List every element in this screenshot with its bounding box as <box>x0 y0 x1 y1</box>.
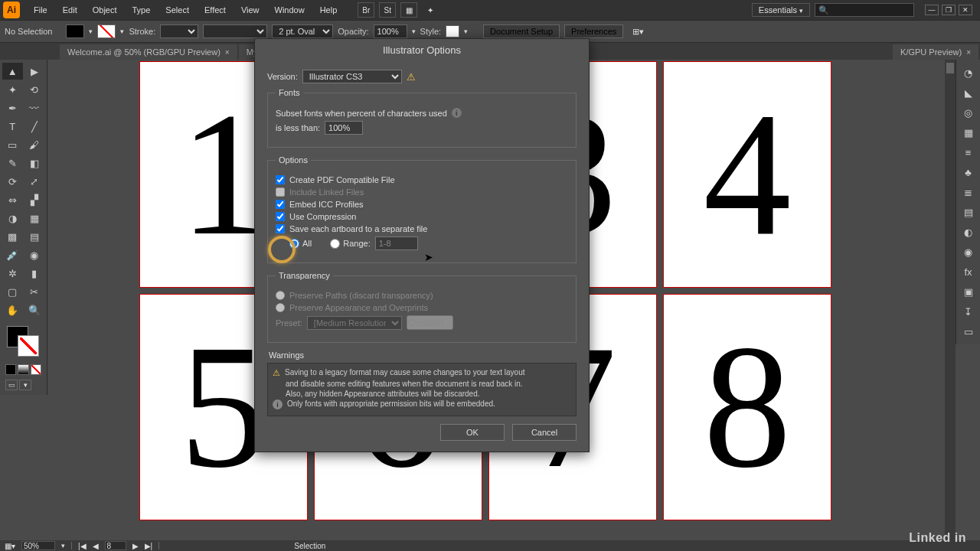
artboard-4[interactable]: 4 <box>663 61 831 288</box>
graphic-style-swatch[interactable] <box>446 25 459 37</box>
menu-view[interactable]: View <box>234 2 267 18</box>
tab-welcome[interactable]: Welcome.ai @ 50% (RGB/GPU Preview)× <box>60 44 237 60</box>
menu-select[interactable]: Select <box>158 2 197 18</box>
zoom-tool[interactable]: 🔍 <box>24 302 45 318</box>
eraser-tool[interactable]: ◧ <box>24 155 45 171</box>
bridge-icon[interactable]: Br <box>358 2 374 18</box>
window-minimize[interactable]: — <box>925 5 939 15</box>
shape-builder-tool[interactable]: ◑ <box>2 210 23 227</box>
blend-tool[interactable]: ◉ <box>24 246 45 263</box>
panel-gradient-icon[interactable]: ▤ <box>959 204 977 220</box>
tab-doc3[interactable]: K/GPU Preview)× <box>893 44 978 60</box>
panel-layers-icon[interactable]: ▣ <box>959 283 977 300</box>
stock-icon[interactable]: St <box>379 2 396 18</box>
perspective-tool[interactable]: ▦ <box>24 210 45 227</box>
lasso-tool[interactable]: ⟲ <box>24 81 45 98</box>
stroke-profile[interactable] <box>203 24 267 38</box>
panel-symbols-icon[interactable]: ♣ <box>959 164 977 181</box>
menu-edit[interactable]: Edit <box>55 2 85 18</box>
fill-swatch[interactable] <box>66 24 84 38</box>
range-all-radio[interactable]: All <box>289 239 312 249</box>
cancel-button[interactable]: Cancel <box>512 424 577 441</box>
menu-effect[interactable]: Effect <box>197 2 234 18</box>
panel-swatches-icon[interactable]: ▦ <box>959 124 977 141</box>
menu-window[interactable]: Window <box>267 2 312 18</box>
shaper-tool[interactable]: ✎ <box>2 155 23 171</box>
scale-tool[interactable]: ⤢ <box>24 173 45 190</box>
gradient-tool[interactable]: ▤ <box>24 228 45 245</box>
panel-assetexport-icon[interactable]: ↧ <box>959 303 977 320</box>
rotate-tool[interactable]: ⟳ <box>2 173 23 190</box>
window-restore[interactable]: ❐ <box>942 5 956 15</box>
opacity-input[interactable] <box>374 24 407 38</box>
nav-icon[interactable]: ▦▾ <box>5 542 15 550</box>
mesh-tool[interactable]: ▩ <box>2 228 23 245</box>
hand-tool[interactable]: ✋ <box>2 302 23 318</box>
close-icon[interactable]: × <box>966 48 971 57</box>
info-icon[interactable]: i <box>452 108 462 118</box>
artboard-next-icon[interactable]: ▶ <box>132 542 139 550</box>
zoom-input[interactable] <box>21 541 55 550</box>
warnings-box[interactable]: ⚠Saving to a legacy format may cause som… <box>267 363 577 416</box>
artboard-prev-icon[interactable]: ◀ <box>93 542 99 550</box>
save-each-artboard-checkbox[interactable]: Save each artboard to a separate file <box>276 224 568 233</box>
artboard-first-icon[interactable]: |◀ <box>78 542 87 550</box>
line-tool[interactable]: ╱ <box>24 118 45 135</box>
embed-icc-checkbox[interactable]: Embed ICC Profiles <box>276 200 568 209</box>
paintbrush-tool[interactable]: 🖌 <box>24 136 45 153</box>
align-icon[interactable]: ⊞▾ <box>632 27 644 37</box>
artboard-last-icon[interactable]: ▶| <box>145 542 153 550</box>
close-icon[interactable]: × <box>225 48 230 57</box>
use-compression-checkbox[interactable]: Use Compression <box>276 212 568 221</box>
panel-properties-icon[interactable]: ◔ <box>959 64 977 81</box>
stroke-swatch[interactable] <box>97 24 116 38</box>
rectangle-tool[interactable]: ▭ <box>2 136 23 153</box>
stroke-weight-empty[interactable] <box>160 24 198 38</box>
help-search[interactable]: 🔍 <box>815 3 914 17</box>
panel-colorguide-icon[interactable]: ◎ <box>959 104 977 121</box>
graph-tool[interactable]: ▮ <box>24 265 45 282</box>
window-close[interactable]: ✕ <box>959 5 972 15</box>
menu-help[interactable]: Help <box>312 2 345 18</box>
create-pdf-checkbox[interactable]: Create PDF Compatible File <box>276 175 568 184</box>
curvature-tool[interactable]: 〰 <box>24 99 45 116</box>
eyedropper-tool[interactable]: 💉 <box>2 246 23 263</box>
range-input[interactable] <box>375 236 418 250</box>
direct-selection-tool[interactable]: ▶ <box>24 63 45 80</box>
panel-color-icon[interactable]: ◣ <box>959 84 977 101</box>
type-tool[interactable]: T <box>2 118 23 135</box>
panel-transparency-icon[interactable]: ◐ <box>959 223 977 240</box>
arrange-icon[interactable]: ▦ <box>400 2 417 18</box>
document-setup-button[interactable]: Document Setup <box>483 24 560 38</box>
panel-artboards-icon[interactable]: ▭ <box>959 323 977 340</box>
brush-def[interactable]: 2 pt. Oval <box>272 24 333 38</box>
panel-appearance-icon[interactable]: ◉ <box>959 243 977 260</box>
pen-tool[interactable]: ✒ <box>2 99 23 116</box>
panel-brushes-icon[interactable]: ≡ <box>959 144 977 161</box>
feedback-icon[interactable]: ✦ <box>422 2 439 18</box>
workspace-switcher[interactable]: Essentials <box>752 3 810 17</box>
artboard-tool[interactable]: ▢ <box>2 283 23 300</box>
symbol-sprayer-tool[interactable]: ✲ <box>2 265 23 282</box>
width-tool[interactable]: ⇔ <box>2 191 23 208</box>
menu-type[interactable]: Type <box>125 2 158 18</box>
artboard-number-input[interactable] <box>105 541 126 550</box>
menu-object[interactable]: Object <box>85 2 125 18</box>
menu-file[interactable]: File <box>26 2 55 18</box>
artboard-8[interactable]: 8 <box>663 294 831 520</box>
panel-stroke-icon[interactable]: ≣ <box>959 184 977 201</box>
slice-tool[interactable]: ✂ <box>24 283 45 300</box>
fill-stroke-swatch[interactable] <box>2 323 44 361</box>
color-mode-row[interactable] <box>2 363 44 377</box>
screen-mode-row[interactable]: ▭▾ <box>2 378 44 392</box>
free-transform-tool[interactable]: ▞ <box>24 191 45 208</box>
subset-percent-input[interactable] <box>325 121 363 135</box>
panel-graphicstyles-icon[interactable]: fx <box>959 263 977 280</box>
range-radio[interactable]: Range: <box>330 239 370 249</box>
ok-button[interactable]: OK <box>440 424 505 441</box>
selection-tool[interactable]: ▲ <box>2 63 23 80</box>
version-select[interactable]: Illustrator CS3 <box>302 70 402 83</box>
preferences-button[interactable]: Preferences <box>564 24 623 38</box>
vertical-scrollbar[interactable] <box>945 60 956 540</box>
magic-wand-tool[interactable]: ✦ <box>2 81 23 98</box>
